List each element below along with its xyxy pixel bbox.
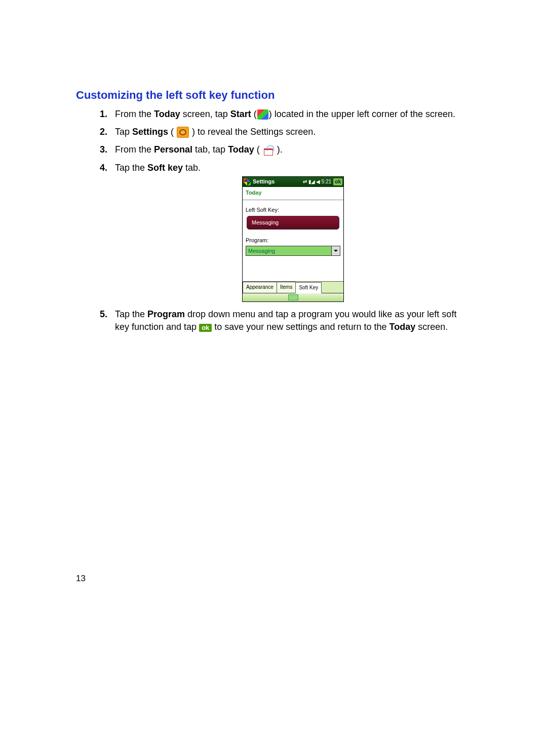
sync-icon: ⇄ [303, 178, 307, 185]
device-screen-title: Today [243, 187, 343, 200]
step-4: Tap the Soft key tab. Settings ⇄ ▮◢ ◀ 5:… [104, 162, 471, 303]
device-title: Settings [253, 178, 275, 185]
device-title-bar: Settings ⇄ ▮◢ ◀ 5:21 ok [243, 177, 343, 187]
device-clock: 5:21 [322, 178, 331, 185]
start-icon [257, 109, 268, 120]
device-sip-bar [243, 293, 343, 301]
device-status-icons: ⇄ ▮◢ ◀ 5:21 [303, 178, 331, 185]
step-3: From the Personal tab, tap Today ( ). [104, 143, 471, 156]
windows-flag-icon [244, 178, 251, 185]
settings-icon [177, 127, 189, 138]
steps-list: From the Today screen, tap Start () loca… [76, 108, 471, 334]
program-label: Program: [246, 237, 340, 244]
section-heading: Customizing the left soft key function [76, 89, 471, 102]
today-icon [263, 145, 274, 156]
ok-icon: ok [199, 324, 212, 332]
left-soft-key-preview: Messaging [247, 216, 339, 230]
step-2: Tap Settings ( ) to reveal the Settings … [104, 126, 471, 138]
program-dropdown[interactable]: Messaging [246, 246, 340, 256]
step-1: From the Today screen, tap Start () loca… [104, 108, 471, 121]
program-dropdown-value: Messaging [246, 246, 331, 255]
device-screenshot: Settings ⇄ ▮◢ ◀ 5:21 ok Today Left Soft … [242, 176, 344, 302]
chevron-down-icon [331, 246, 340, 255]
signal-icon: ▮◢ [308, 178, 315, 185]
device-ok-button[interactable]: ok [333, 178, 342, 185]
left-soft-key-label: Left Soft Key: [246, 206, 340, 214]
device-bottom-tabs: Appearance Items Soft Key [243, 281, 343, 293]
device-body: Left Soft Key: Messaging Program: Messag… [243, 200, 343, 281]
tab-soft-key[interactable]: Soft Key [295, 282, 322, 293]
speaker-icon: ◀ [316, 178, 320, 185]
step-5: Tap the Program drop down menu and tap a… [104, 308, 471, 333]
tab-appearance[interactable]: Appearance [243, 282, 277, 293]
tab-items[interactable]: Items [277, 282, 296, 293]
keyboard-icon[interactable] [288, 294, 298, 300]
page-number: 13 [76, 574, 86, 584]
